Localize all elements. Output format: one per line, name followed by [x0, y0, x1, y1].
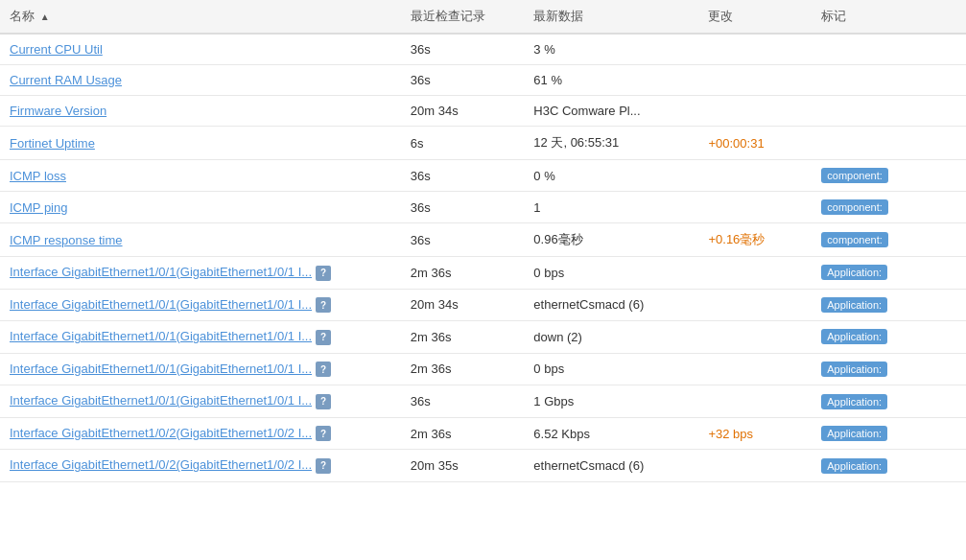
- row-name-link[interactable]: Interface GigabitEthernet1/0/2(GigabitEt…: [10, 457, 312, 472]
- table-row: Interface GigabitEthernet1/0/1(GigabitEt…: [0, 321, 966, 354]
- col-header-recent: 最近检查记录: [401, 0, 525, 34]
- sort-asc-icon: ▲: [40, 12, 50, 22]
- cell-tag: component:: [812, 192, 966, 223]
- cell-change: [698, 289, 812, 321]
- col-header-tag: 标记: [812, 0, 966, 34]
- tag-badge: Application:: [821, 458, 887, 474]
- tag-badge: component:: [821, 232, 887, 247]
- help-icon[interactable]: ?: [316, 297, 331, 313]
- cell-tag: component:: [812, 160, 966, 192]
- col-header-change: 更改: [698, 0, 812, 34]
- row-name-link[interactable]: Fortinet Uptime: [10, 136, 95, 151]
- cell-change: [698, 353, 812, 385]
- cell-latest: 12 天, 06:55:31: [524, 127, 698, 160]
- row-name-link[interactable]: Interface GigabitEthernet1/0/1(GigabitEt…: [10, 362, 312, 376]
- cell-latest: H3C Comware Pl...: [524, 96, 698, 127]
- table-row: Interface GigabitEthernet1/0/1(GigabitEt…: [0, 289, 966, 321]
- help-icon[interactable]: ?: [316, 330, 331, 345]
- cell-latest: 61 %: [524, 65, 698, 96]
- cell-tag: Application:: [812, 450, 966, 482]
- row-name-link[interactable]: ICMP response time: [10, 233, 123, 247]
- cell-recent: 2m 36s: [401, 257, 525, 290]
- tag-badge: Application:: [821, 362, 887, 377]
- cell-recent: 36s: [401, 223, 525, 257]
- col-header-name[interactable]: 名称 ▲: [0, 0, 401, 34]
- col-change-label: 更改: [708, 9, 733, 23]
- cell-recent: 36s: [401, 34, 525, 65]
- row-name-link[interactable]: Interface GigabitEthernet1/0/1(GigabitEt…: [10, 393, 312, 408]
- cell-change: [698, 450, 812, 482]
- cell-tag: Application:: [812, 289, 966, 321]
- table-row: ICMP ping36s1component:: [0, 192, 966, 223]
- cell-latest: 1: [524, 192, 698, 223]
- cell-recent: 36s: [401, 192, 525, 223]
- cell-tag: Application:: [812, 321, 966, 354]
- tag-badge: Application:: [821, 426, 887, 441]
- change-value: +0.16毫秒: [708, 232, 765, 246]
- cell-latest: down (2): [524, 321, 698, 354]
- main-table-container: 名称 ▲ 最近检查记录 最新数据 更改 标记 Current CPU Util3…: [0, 0, 966, 482]
- cell-change: [698, 65, 812, 96]
- cell-tag: component:: [812, 223, 966, 257]
- change-value: +32 bps: [708, 427, 753, 441]
- cell-name: Interface GigabitEthernet1/0/1(GigabitEt…: [0, 257, 401, 290]
- cell-latest: 0 %: [524, 160, 698, 192]
- cell-recent: 2m 36s: [401, 353, 525, 385]
- tag-badge: Application:: [821, 394, 887, 409]
- tag-badge: Application:: [821, 297, 887, 313]
- cell-recent: 2m 36s: [401, 321, 525, 354]
- help-icon[interactable]: ?: [316, 458, 331, 474]
- row-name-link[interactable]: Interface GigabitEthernet1/0/1(GigabitEt…: [10, 329, 312, 343]
- row-name-link[interactable]: Interface GigabitEthernet1/0/1(GigabitEt…: [10, 297, 312, 312]
- cell-change: [698, 34, 812, 65]
- cell-latest: 0.96毫秒: [524, 223, 698, 257]
- table-row: Current RAM Usage36s61 %: [0, 65, 966, 96]
- data-table: 名称 ▲ 最近检查记录 最新数据 更改 标记 Current CPU Util3…: [0, 0, 966, 482]
- col-name-label[interactable]: 名称: [10, 9, 35, 23]
- cell-latest: 6.52 Kbps: [524, 417, 698, 450]
- cell-name: ICMP response time: [0, 223, 401, 257]
- cell-tag: [812, 34, 966, 65]
- cell-change: [698, 321, 812, 354]
- row-name-link[interactable]: ICMP loss: [10, 169, 66, 183]
- cell-latest: ethernetCsmacd (6): [524, 289, 698, 321]
- cell-latest: 0 bps: [524, 257, 698, 290]
- cell-name: Fortinet Uptime: [0, 127, 401, 160]
- table-row: Current CPU Util36s3 %: [0, 34, 966, 65]
- cell-recent: 36s: [401, 160, 525, 192]
- cell-change: [698, 160, 812, 192]
- col-header-latest: 最新数据: [524, 0, 698, 34]
- cell-latest: ethernetCsmacd (6): [524, 450, 698, 482]
- help-icon[interactable]: ?: [316, 362, 331, 377]
- row-name-link[interactable]: Interface GigabitEthernet1/0/1(GigabitEt…: [10, 265, 312, 279]
- cell-tag: Application:: [812, 353, 966, 385]
- help-icon[interactable]: ?: [316, 426, 331, 441]
- row-name-link[interactable]: Current RAM Usage: [10, 73, 122, 87]
- cell-latest: 0 bps: [524, 353, 698, 385]
- tag-badge: component:: [821, 199, 887, 215]
- cell-name: Interface GigabitEthernet1/0/1(GigabitEt…: [0, 289, 401, 321]
- cell-recent: 6s: [401, 127, 525, 160]
- table-row: ICMP loss36s0 %component:: [0, 160, 966, 192]
- cell-latest: 1 Gbps: [524, 385, 698, 418]
- change-value: +00:00:31: [708, 136, 764, 151]
- tag-badge: Application:: [821, 265, 887, 280]
- cell-change: +00:00:31: [698, 127, 812, 160]
- cell-tag: Application:: [812, 257, 966, 290]
- cell-name: Interface GigabitEthernet1/0/1(GigabitEt…: [0, 321, 401, 354]
- row-name-link[interactable]: Firmware Version: [10, 104, 106, 118]
- col-latest-label: 最新数据: [533, 9, 583, 23]
- col-tag-label: 标记: [821, 9, 846, 23]
- help-icon[interactable]: ?: [316, 266, 331, 281]
- cell-name: Current CPU Util: [0, 34, 401, 65]
- help-icon[interactable]: ?: [316, 394, 331, 409]
- row-name-link[interactable]: Current CPU Util: [10, 42, 103, 57]
- table-row: Firmware Version20m 34sH3C Comware Pl...: [0, 96, 966, 127]
- cell-name: Firmware Version: [0, 96, 401, 127]
- cell-recent: 36s: [401, 385, 525, 418]
- row-name-link[interactable]: Interface GigabitEthernet1/0/2(GigabitEt…: [10, 426, 312, 440]
- cell-name: Interface GigabitEthernet1/0/2(GigabitEt…: [0, 450, 401, 482]
- tag-badge: component:: [821, 168, 887, 183]
- row-name-link[interactable]: ICMP ping: [10, 200, 67, 215]
- cell-change: [698, 385, 812, 418]
